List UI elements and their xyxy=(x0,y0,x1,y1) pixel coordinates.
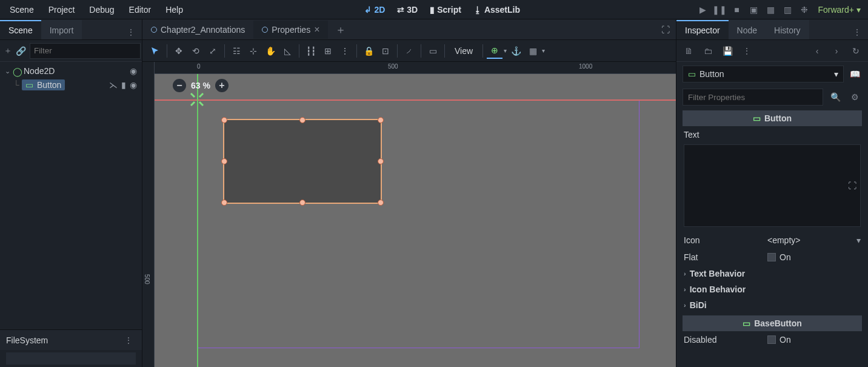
scene-tab-2[interactable]: Properties× xyxy=(253,21,328,39)
load-resource-icon[interactable]: 🗀 xyxy=(701,44,715,58)
grid-snap-icon[interactable]: ⊞ xyxy=(320,43,336,59)
search-icon[interactable]: 🔍 xyxy=(828,90,843,104)
scene-tab-1[interactable]: Chapter2_Annotations xyxy=(142,21,253,38)
grid-options-icon[interactable]: ▦ xyxy=(525,43,541,59)
group-lock-icon[interactable]: ⊡ xyxy=(378,43,393,59)
history-next-icon[interactable]: › xyxy=(829,44,844,58)
zoom-in-button[interactable]: + xyxy=(215,79,229,92)
resize-handle[interactable] xyxy=(299,117,305,123)
list-select-tool[interactable]: ☷ xyxy=(229,43,244,59)
tree-child-node[interactable]: └ ▭ Button ⋋ ▮ ◉ xyxy=(12,78,138,92)
basebutton-icon: ▭ xyxy=(743,318,750,328)
group-bidi[interactable]: ›BiDi xyxy=(676,297,868,313)
group-text-behavior[interactable]: ›Text Behavior xyxy=(676,266,868,281)
view-menu[interactable]: View xyxy=(449,46,479,56)
stop-button[interactable]: ■ xyxy=(729,2,744,17)
group-icon[interactable]: ▮ xyxy=(121,80,126,90)
move-tool[interactable]: ✥ xyxy=(171,43,187,59)
visibility-icon[interactable]: ◉ xyxy=(130,80,137,90)
rotate-tool[interactable]: ⟲ xyxy=(188,43,204,59)
section-basebutton[interactable]: ▭ BaseButton xyxy=(683,315,862,331)
filter-options-icon[interactable]: ⚙ xyxy=(847,90,862,104)
render-mode-dropdown[interactable]: Forward+▾ xyxy=(814,5,864,15)
lock-icon[interactable]: 🔒 xyxy=(361,43,376,59)
zoom-value[interactable]: 63 % xyxy=(191,81,210,90)
zoom-out-button[interactable]: − xyxy=(173,79,186,92)
inspector-filter-input[interactable] xyxy=(683,89,823,106)
tab-inspector[interactable]: Inspector xyxy=(676,20,729,39)
menu-scene[interactable]: Scene xyxy=(4,2,40,17)
new-tab-button[interactable]: ＋ xyxy=(328,19,353,41)
movie-button[interactable]: ▥ xyxy=(780,2,795,17)
menu-debug[interactable]: Debug xyxy=(83,2,120,17)
play-button[interactable]: ▶ xyxy=(695,2,710,17)
section-button[interactable]: ▭ Button xyxy=(683,110,862,126)
expand-text-icon[interactable]: ⛶ xyxy=(848,181,856,190)
tab-scene[interactable]: Scene xyxy=(0,20,41,39)
select-tool[interactable] xyxy=(147,43,163,59)
flat-checkbox[interactable] xyxy=(767,253,776,261)
resize-handle[interactable] xyxy=(221,200,227,206)
tree-root-node[interactable]: ⌄ ◯ Node2D ◉ xyxy=(4,64,138,78)
history-prev-icon[interactable]: ‹ xyxy=(810,44,824,58)
pause-button[interactable]: ❚❚ xyxy=(712,2,727,17)
collapse-icon[interactable]: ⌄ xyxy=(5,67,10,75)
menu-editor[interactable]: Editor xyxy=(123,2,158,17)
resource-menu-icon[interactable]: ⋮ xyxy=(739,44,754,58)
mode-2d[interactable]: ↲2D xyxy=(359,2,390,17)
history-list-icon[interactable]: ↻ xyxy=(849,44,863,58)
new-resource-icon[interactable]: 🗎 xyxy=(681,44,696,58)
render-icon[interactable]: ❉ xyxy=(797,2,812,17)
add-node-canvas-icon[interactable]: ⊕ xyxy=(487,43,502,59)
filesystem-menu-icon[interactable]: ⋮ xyxy=(121,333,136,348)
selected-node-rect[interactable] xyxy=(223,119,382,204)
disabled-checkbox[interactable] xyxy=(767,335,776,344)
signal-icon[interactable]: ⋋ xyxy=(109,80,118,90)
tab-import[interactable]: Import xyxy=(41,20,82,39)
snap-options-icon[interactable]: ┇┇ xyxy=(303,43,319,59)
menu-help[interactable]: Help xyxy=(159,2,189,17)
scene-filter-input[interactable] xyxy=(30,43,141,59)
prop-icon-value[interactable]: <empty> xyxy=(767,235,861,245)
distraction-free-icon[interactable]: ⛶ xyxy=(655,25,676,35)
mode-script[interactable]: ▮Script xyxy=(425,2,466,17)
run-remote-button[interactable]: ▣ xyxy=(746,2,761,17)
mode-assetlib[interactable]: ⭳AssetLib xyxy=(469,2,525,17)
snap-menu-icon[interactable]: ⋮ xyxy=(337,43,353,59)
resize-handle[interactable] xyxy=(378,200,384,206)
prop-text-input[interactable]: ⛶ xyxy=(684,144,861,227)
resize-handle[interactable] xyxy=(221,117,227,123)
tab-history[interactable]: History xyxy=(766,20,809,39)
bone-icon[interactable]: ⟋ xyxy=(401,43,417,59)
center-viewport: Chapter2_Annotations Properties× ＋ ⛶ ✥ ⟲… xyxy=(142,19,676,367)
anchor-icon[interactable]: ⚓ xyxy=(508,43,524,59)
resize-handle[interactable] xyxy=(221,158,227,164)
save-resource-icon[interactable]: 💾 xyxy=(720,44,735,58)
filesystem-tab[interactable]: FileSystem xyxy=(6,335,48,345)
object-type-dropdown[interactable]: ▭ Button ▾ xyxy=(683,66,844,82)
scene-tree: ⌄ ◯ Node2D ◉ └ ▭ Button ⋋ ▮ ◉ xyxy=(0,62,142,95)
menu-project[interactable]: Project xyxy=(42,2,81,17)
close-tab-icon[interactable]: × xyxy=(314,24,319,35)
zoom-controls: − 63 % + xyxy=(173,79,229,92)
visibility-icon[interactable]: ◉ xyxy=(130,66,137,76)
prop-flat-label: Flat xyxy=(684,252,763,262)
tab-node[interactable]: Node xyxy=(729,20,766,39)
dock-menu-icon[interactable]: ⋮ xyxy=(124,25,138,39)
container-icon[interactable]: ▭ xyxy=(425,43,441,59)
mode-3d[interactable]: ⇄3D xyxy=(392,2,422,17)
add-node-button[interactable]: ＋ xyxy=(4,44,12,58)
resize-handle[interactable] xyxy=(378,158,384,164)
pivot-tool[interactable]: ⊹ xyxy=(245,43,261,59)
ruler-tool[interactable]: ◺ xyxy=(279,43,295,59)
resize-handle[interactable] xyxy=(299,200,305,206)
pan-tool[interactable]: ✋ xyxy=(262,43,278,59)
scale-tool[interactable]: ⤢ xyxy=(205,43,221,59)
dock-menu-icon[interactable]: ⋮ xyxy=(850,25,864,39)
docs-icon[interactable]: 📖 xyxy=(847,67,862,81)
group-icon-behavior[interactable]: ›Icon Behavior xyxy=(676,281,868,297)
canvas-area[interactable]: 500 0 500 1000 xyxy=(142,62,676,367)
instance-scene-button[interactable]: 🔗 xyxy=(16,44,26,58)
play-scene-button[interactable]: ▦ xyxy=(763,2,778,17)
resize-handle[interactable] xyxy=(378,117,384,123)
